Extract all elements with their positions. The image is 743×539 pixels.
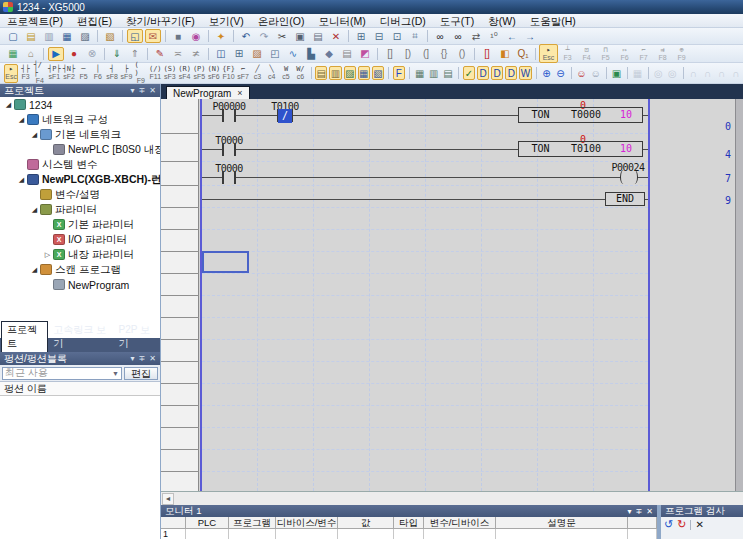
- esc-select-key[interactable]: ▸Esc: [4, 64, 18, 83]
- branch-key[interactable]: ⌐sF7: [236, 64, 250, 83]
- monitor-f3-key[interactable]: ┴F3: [558, 44, 577, 63]
- cut-icon[interactable]: ✂: [274, 29, 290, 43]
- bracket-insert-2-icon[interactable]: [): [400, 47, 416, 61]
- not-key[interactable]: ╱c3: [250, 64, 264, 83]
- full-screen-icon[interactable]: ▣: [610, 66, 622, 80]
- upload-icon[interactable]: ⇑: [127, 47, 143, 61]
- hline-key[interactable]: ─F5: [76, 64, 90, 83]
- tree-item-bnet[interactable]: ◢기본 네트워크: [0, 127, 160, 142]
- coil-set-key[interactable]: (S)sF3: [163, 64, 178, 83]
- replace-icon[interactable]: ⇄: [468, 29, 484, 43]
- back-icon[interactable]: ←: [504, 29, 520, 43]
- view-comment-icon[interactable]: ▤: [315, 66, 327, 80]
- close-icon[interactable]: ✕: [149, 86, 156, 95]
- undo-icon[interactable]: ↶: [238, 29, 254, 43]
- collapse-icon[interactable]: ◢: [30, 131, 39, 139]
- print-icon[interactable]: ▨: [77, 29, 93, 43]
- invert-key[interactable]: ╲c4: [265, 64, 279, 83]
- user-red-icon[interactable]: ☺: [575, 66, 587, 80]
- coil-p-key[interactable]: (P)sF5: [192, 64, 207, 83]
- block-icon[interactable]: ◆: [321, 47, 337, 61]
- contact-no[interactable]: [222, 109, 224, 122]
- edit-button[interactable]: 편집: [124, 367, 158, 380]
- tree-item-plc[interactable]: ◢NewPLC(XGB-XBCH)-런: [0, 172, 160, 187]
- link-enable-icon[interactable]: ≍: [170, 47, 186, 61]
- copy-icon[interactable]: ▣: [292, 29, 308, 43]
- coil-reset-key[interactable]: (R)sF4: [177, 64, 192, 83]
- menu-item-0[interactable]: 프로젝트(P): [0, 14, 70, 28]
- snapshot-icon[interactable]: ▤: [339, 47, 355, 61]
- color-wheel-icon[interactable]: ◉: [188, 29, 204, 43]
- stop-icon[interactable]: ⊗: [84, 47, 100, 61]
- monitor-f6-key[interactable]: ↦F6: [615, 44, 634, 63]
- find-replace-icon[interactable]: ∞: [450, 29, 466, 43]
- monitor-column-header[interactable]: 디바이스/변수: [276, 517, 338, 529]
- goto-step-icon[interactable]: ¹⁰: [486, 29, 502, 43]
- user-window-icon[interactable]: ◰: [267, 47, 283, 61]
- monitor-row-cell[interactable]: [496, 529, 628, 539]
- force-io-icon[interactable]: []: [479, 47, 495, 61]
- wide-nc-key[interactable]: W∕c6: [293, 64, 307, 83]
- monitor-column-header[interactable]: 프로그램: [229, 517, 276, 529]
- bar-chart-icon[interactable]: ▙: [303, 47, 319, 61]
- end-instruction[interactable]: END: [605, 192, 645, 206]
- io-table-icon[interactable]: ⊞: [231, 47, 247, 61]
- print-preview-icon[interactable]: ◱: [127, 29, 143, 43]
- view-split-icon[interactable]: ▧: [372, 66, 384, 80]
- clipboard-icon[interactable]: ▧: [102, 29, 118, 43]
- connect-icon[interactable]: ▶: [48, 47, 64, 61]
- lock-4-icon[interactable]: ∩: [730, 66, 742, 80]
- monitor-row-cell[interactable]: [186, 529, 229, 539]
- device-monitor-2-icon[interactable]: D: [491, 66, 503, 80]
- send-mail-icon[interactable]: ✉: [145, 29, 161, 43]
- monitor-esc-key[interactable]: ▸Esc: [539, 44, 558, 63]
- lock-2-icon[interactable]: ∩: [701, 66, 713, 80]
- scroll-left-icon[interactable]: ◄: [162, 493, 174, 505]
- wide-key[interactable]: Wc5: [279, 64, 293, 83]
- user-gray-icon[interactable]: ☺: [590, 66, 602, 80]
- tree-item-eparam[interactable]: ▷X내장 파라미터: [0, 247, 160, 262]
- check-forward-icon[interactable]: ↻: [677, 519, 686, 530]
- simulator-icon[interactable]: ▦: [5, 47, 21, 61]
- tab-newprogram[interactable]: NewProgram ×: [166, 86, 250, 99]
- vertical-scrollbar[interactable]: [735, 99, 743, 491]
- monitor-column-header[interactable]: [628, 517, 657, 529]
- pin-icon[interactable]: ∓: [139, 86, 146, 95]
- function-filter-dropdown[interactable]: 최근 사용 ▼: [2, 367, 122, 380]
- trend-monitor-icon[interactable]: ∿: [285, 47, 301, 61]
- function-list[interactable]: [0, 396, 160, 539]
- monitor-f8-key[interactable]: ⇉F8: [653, 44, 672, 63]
- monitor-table[interactable]: 1PLC프로그램디바이스/변수값타입변수/디바이스설명문: [161, 517, 657, 539]
- contact-no[interactable]: [222, 171, 224, 184]
- menu-item-5[interactable]: 모니터(M): [312, 14, 373, 28]
- screen-capture-icon[interactable]: ◩: [357, 47, 373, 61]
- tree-item-prog[interactable]: NewProgram: [0, 277, 160, 292]
- monitor-column-header[interactable]: [161, 517, 186, 529]
- comment-balloon-icon[interactable]: ✦: [213, 29, 229, 43]
- monitor-column-header[interactable]: 값: [338, 517, 394, 529]
- image-icon[interactable]: ▨: [249, 47, 265, 61]
- edit-mode-icon[interactable]: ✎: [152, 47, 168, 61]
- collapse-icon[interactable]: ◢: [30, 206, 39, 214]
- check-back-icon[interactable]: ↺: [664, 519, 673, 530]
- circle-1-icon[interactable]: ◎: [652, 66, 664, 80]
- contact-no[interactable]: [222, 143, 224, 156]
- vline-key[interactable]: │F6: [91, 64, 105, 83]
- dock-tab-1[interactable]: 고속링크 보기: [48, 322, 113, 352]
- write-icon[interactable]: ●: [66, 47, 82, 61]
- redo-icon[interactable]: ↷: [256, 29, 272, 43]
- panel-menu-icon[interactable]: ▾: [131, 86, 135, 95]
- find-icon[interactable]: ∞: [432, 29, 448, 43]
- open-project-icon[interactable]: ▤: [23, 29, 39, 43]
- collapse-icon[interactable]: ◢: [30, 266, 39, 274]
- lock-3-icon[interactable]: ∩: [716, 66, 728, 80]
- circle-2-icon[interactable]: ◎: [666, 66, 678, 80]
- monitor-f4-key[interactable]: ⊡F4: [577, 44, 596, 63]
- monitor-f5-key[interactable]: ⊓F5: [596, 44, 615, 63]
- coil-n-key[interactable]: (N)sF6: [207, 64, 222, 83]
- tree-item-proj[interactable]: ◢1234: [0, 97, 160, 112]
- monitor-f7-key[interactable]: ⌐F7: [634, 44, 653, 63]
- close-icon[interactable]: ✕: [149, 354, 156, 363]
- menu-item-3[interactable]: 보기(V): [202, 14, 251, 28]
- new-window-icon[interactable]: ◫: [213, 47, 229, 61]
